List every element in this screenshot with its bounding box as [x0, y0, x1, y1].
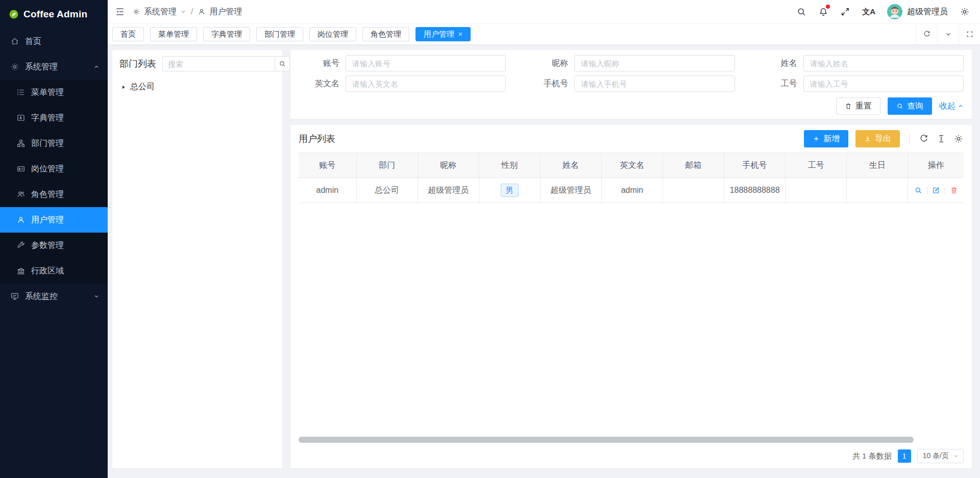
- user-table-card: 用户列表 新增 导出: [290, 125, 972, 468]
- sidebar-item-label: 系统管理: [25, 62, 58, 72]
- fullscreen-icon[interactable]: [840, 7, 850, 17]
- horizontal-scrollbar: [299, 437, 964, 443]
- delete-action-icon[interactable]: [950, 186, 958, 194]
- translate-icon[interactable]: 文A: [862, 7, 875, 17]
- tab-close-icon[interactable]: ×: [458, 31, 462, 38]
- page-content: 部门列表 总公司: [108, 45, 980, 478]
- query-form-card: 账号 昵称 姓名 英文名: [290, 50, 972, 119]
- tree-node-head-office[interactable]: 总公司: [119, 80, 275, 94]
- user-icon: [198, 8, 206, 16]
- sidebar-item-dept-mgmt[interactable]: 部门管理: [0, 131, 108, 156]
- global-search-icon[interactable]: [796, 7, 806, 17]
- table-header-row: 账号 部门 昵称 性别 姓名 英文名 邮箱 手机号 工号 生日 操作: [299, 153, 964, 178]
- tab-menu-mgmt[interactable]: 菜单管理: [150, 27, 197, 41]
- english-name-input[interactable]: [346, 76, 506, 92]
- edit-action-icon[interactable]: [932, 186, 940, 194]
- plus-icon: [813, 135, 820, 142]
- sidebar-item-label: 岗位管理: [31, 164, 64, 174]
- field-nickname: 昵称: [527, 55, 734, 71]
- col-english-name: 英文名: [601, 153, 663, 178]
- add-user-button[interactable]: 新增: [804, 130, 848, 147]
- phone-input[interactable]: [574, 76, 734, 92]
- sidebar-item-user-mgmt[interactable]: 用户管理: [0, 207, 108, 233]
- col-birthday: 生日: [847, 153, 908, 178]
- dept-panel: 部门列表 总公司: [112, 50, 282, 468]
- caret-right-icon[interactable]: [120, 84, 127, 90]
- reset-label: 重置: [855, 101, 872, 112]
- sidebar-item-role-mgmt[interactable]: 角色管理: [0, 182, 108, 207]
- tab-refresh-icon[interactable]: [916, 24, 937, 44]
- dept-panel-title: 部门列表: [119, 58, 156, 70]
- user-table: 账号 部门 昵称 性别 姓名 英文名 邮箱 手机号 工号 生日 操作: [299, 153, 964, 203]
- cell-gender: 男: [479, 178, 540, 203]
- nickname-input[interactable]: [574, 55, 734, 71]
- sidebar-item-admin-region[interactable]: 行政区域: [0, 258, 108, 284]
- sidebar-item-system-monitor[interactable]: 系统监控: [0, 284, 108, 309]
- work-no-input[interactable]: [803, 76, 964, 92]
- field-label: 姓名: [756, 58, 803, 69]
- breadcrumb-section[interactable]: 系统管理: [144, 7, 177, 17]
- cell-account: admin: [299, 178, 356, 203]
- cell-nickname: 超级管理员: [418, 178, 479, 203]
- table-empty-area: [299, 203, 964, 437]
- account-input[interactable]: [346, 55, 506, 71]
- collapse-form-link[interactable]: 收起: [939, 101, 964, 112]
- gear-icon: [10, 62, 19, 71]
- settings-gear-icon[interactable]: [960, 7, 970, 17]
- tab-dept-mgmt[interactable]: 部门管理: [256, 27, 303, 41]
- col-email: 邮箱: [663, 153, 724, 178]
- tab-home[interactable]: 首页: [112, 27, 144, 41]
- roles-icon: [16, 190, 26, 199]
- sidebar: Coffee Admin 首页 系统管理 菜单管理 字典管理: [0, 0, 108, 478]
- breadcrumb: 系统管理 / 用户管理: [132, 7, 242, 17]
- tabbar: 首页 菜单管理 字典管理 部门管理 岗位管理 角色管理 用户管理 ×: [108, 24, 980, 45]
- field-label: 昵称: [527, 58, 574, 69]
- name-input[interactable]: [803, 55, 964, 71]
- brand: Coffee Admin: [0, 0, 108, 29]
- dept-search-button[interactable]: [275, 56, 290, 71]
- export-label: 导出: [875, 134, 891, 144]
- table-toolbar: 新增 导出: [804, 130, 964, 147]
- sidebar-collapse-icon[interactable]: [115, 7, 125, 17]
- tab-list-chevron-icon[interactable]: [937, 24, 959, 44]
- sidebar-item-param-mgmt[interactable]: 参数管理: [0, 233, 108, 258]
- sidebar-item-system-mgmt[interactable]: 系统管理: [0, 54, 108, 80]
- col-gender: 性别: [479, 153, 540, 178]
- column-settings-gear-icon[interactable]: [953, 134, 964, 144]
- sidebar-item-dict-mgmt[interactable]: 字典管理: [0, 105, 108, 131]
- cell-birthday: [847, 178, 908, 203]
- sidebar-item-label: 首页: [25, 36, 41, 47]
- col-nickname: 昵称: [418, 153, 479, 178]
- row-density-icon[interactable]: [936, 134, 946, 144]
- notification-bell-icon[interactable]: [818, 7, 828, 17]
- dept-search-input[interactable]: [162, 56, 275, 71]
- chevron-down-icon: [953, 453, 959, 459]
- dictionary-icon: [16, 113, 26, 122]
- table-refresh-icon[interactable]: [919, 134, 929, 144]
- tab-label: 用户管理: [424, 30, 454, 39]
- topbar-right: 文A 超级管理员: [796, 4, 970, 19]
- sidebar-item-menu-mgmt[interactable]: 菜单管理: [0, 80, 108, 105]
- page-number-button[interactable]: 1: [898, 449, 911, 463]
- content-maximize-icon[interactable]: [959, 24, 980, 44]
- reset-button[interactable]: 重置: [836, 97, 880, 115]
- chevron-up-icon: [958, 103, 964, 109]
- tab-dict-mgmt[interactable]: 字典管理: [203, 27, 250, 41]
- sidebar-item-post-mgmt[interactable]: 岗位管理: [0, 156, 108, 182]
- tab-user-mgmt[interactable]: 用户管理 ×: [415, 27, 471, 41]
- export-button[interactable]: 导出: [855, 130, 900, 147]
- id-card-icon: [16, 164, 26, 173]
- chevron-down-icon[interactable]: [180, 9, 186, 15]
- action-divider: [945, 187, 945, 194]
- page-size-select[interactable]: 10 条/页: [917, 449, 964, 463]
- search-button[interactable]: 查询: [888, 97, 932, 115]
- scrollbar-thumb[interactable]: [299, 437, 914, 443]
- user-menu[interactable]: 超级管理员: [887, 4, 948, 19]
- avatar: [887, 4, 902, 19]
- sidebar-item-home[interactable]: 首页: [0, 29, 108, 54]
- view-action-icon[interactable]: [914, 186, 922, 194]
- tab-role-mgmt[interactable]: 角色管理: [362, 27, 409, 41]
- current-username: 超级管理员: [907, 7, 948, 17]
- tab-post-mgmt[interactable]: 岗位管理: [309, 27, 356, 41]
- org-tree-icon: [16, 139, 26, 148]
